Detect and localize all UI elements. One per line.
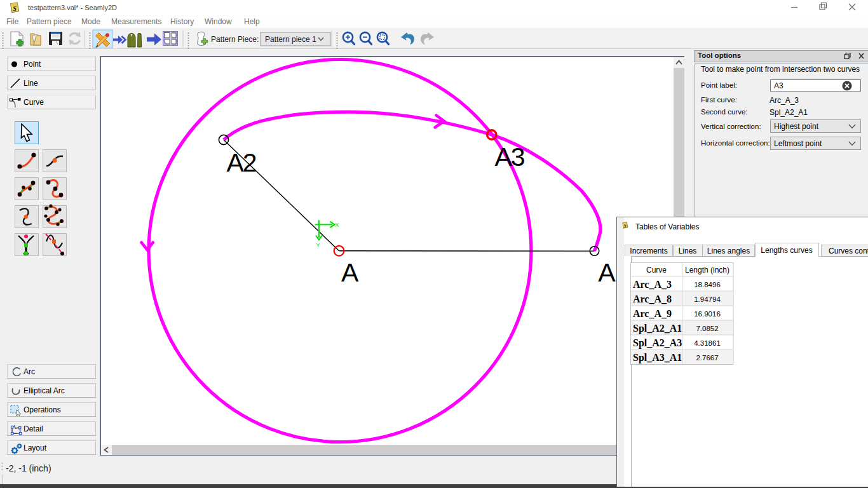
svg-text:X: X (336, 222, 339, 228)
svg-text:S: S (13, 4, 17, 12)
svg-text:A: A (341, 258, 359, 287)
svg-text:A1: A1 (598, 258, 627, 287)
svg-text:Y: Y (316, 242, 320, 248)
svg-text:Pattern piece 1: Pattern piece 1 (265, 35, 316, 44)
svg-text:A3: A3 (494, 142, 524, 172)
svg-text:Pattern Piece:: Pattern Piece: (211, 35, 259, 44)
svg-text:A2: A2 (227, 148, 256, 177)
